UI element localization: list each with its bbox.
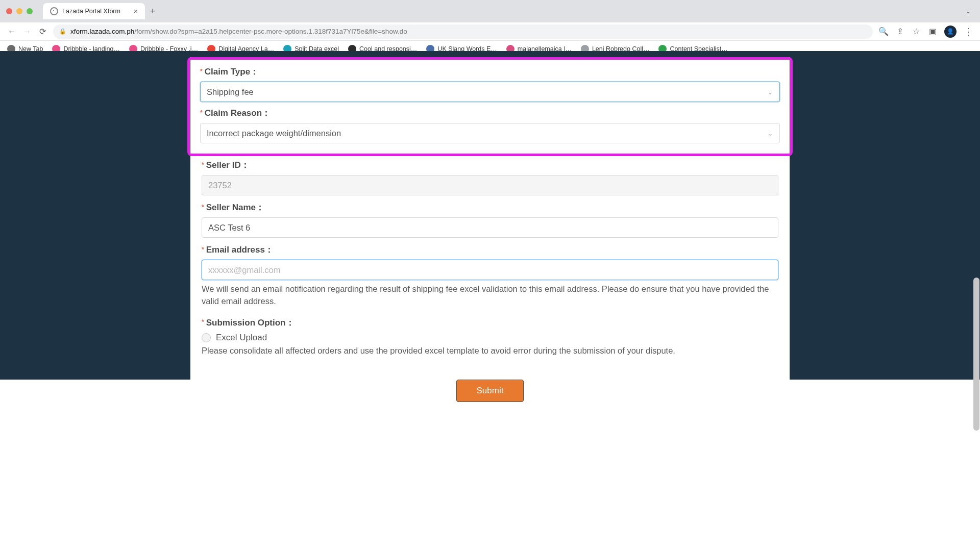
url-path: /form/show.do?spm=a2a15.helpcenter-psc.m… xyxy=(134,28,407,35)
browser-tab-active[interactable]: Lazada Portal Xform × xyxy=(43,3,145,19)
tab-close-icon[interactable]: × xyxy=(134,7,138,15)
tab-title: Lazada Portal Xform xyxy=(62,8,120,15)
claim-type-label: Claim Type： xyxy=(205,66,259,78)
share-icon[interactable]: ⇪ xyxy=(895,27,904,36)
seller-id-input[interactable] xyxy=(202,175,778,195)
required-asterisk-icon: * xyxy=(202,204,204,210)
nav-forward-icon[interactable]: → xyxy=(22,27,32,36)
tabs-overflow-icon[interactable]: ⌄ xyxy=(963,8,974,15)
submit-button[interactable]: Submit xyxy=(456,380,524,402)
required-asterisk-icon: * xyxy=(202,162,204,168)
window-close-icon[interactable] xyxy=(6,8,12,14)
required-asterisk-icon: * xyxy=(202,319,204,325)
url-domain: xform.lazada.com.ph xyxy=(70,28,134,35)
seller-name-input[interactable] xyxy=(202,217,778,238)
submission-option-value: Excel Upload xyxy=(216,333,267,343)
tab-favicon-icon xyxy=(50,7,58,15)
required-asterisk-icon: * xyxy=(200,68,203,74)
browser-address-bar: ← → ⟳ 🔒 xform.lazada.com.ph/form/show.do… xyxy=(0,22,980,41)
email-label: Email address： xyxy=(206,244,274,256)
scrollbar-thumb[interactable] xyxy=(973,278,979,431)
chevron-down-icon: ⌄ xyxy=(767,129,773,137)
bookmark-star-icon[interactable]: ☆ xyxy=(912,27,921,36)
claim-reason-select[interactable]: Incorrect package weight/dimension ⌄ xyxy=(200,123,780,143)
claim-type-value: Shipping fee xyxy=(207,87,254,97)
seller-id-value xyxy=(208,181,772,190)
nav-back-icon[interactable]: ← xyxy=(7,27,16,36)
profile-avatar[interactable]: 👤 xyxy=(944,26,957,38)
url-field[interactable]: 🔒 xform.lazada.com.ph/form/show.do?spm=a… xyxy=(53,24,873,39)
chevron-down-icon: ⌄ xyxy=(767,88,773,96)
claim-reason-value: Incorrect package weight/dimension xyxy=(207,129,341,138)
email-help-text: We will send an email notification regar… xyxy=(202,283,778,308)
sidepanel-icon[interactable]: ▣ xyxy=(928,27,937,36)
required-asterisk-icon: * xyxy=(202,246,204,253)
window-traffic-lights xyxy=(6,8,33,14)
submit-button-label: Submit xyxy=(477,386,504,396)
annotation-highlight: * Claim Type： Shipping fee ⌄ * Claim Rea… xyxy=(187,57,793,156)
window-minimize-icon[interactable] xyxy=(16,8,22,14)
claim-reason-label: Claim Reason： xyxy=(205,107,271,119)
new-tab-button[interactable]: + xyxy=(145,6,161,17)
required-asterisk-icon: * xyxy=(200,110,203,116)
window-zoom-icon[interactable] xyxy=(27,8,33,14)
claim-type-select[interactable]: Shipping fee ⌄ xyxy=(200,82,780,102)
browser-menu-icon[interactable]: ⋮ xyxy=(964,26,973,37)
radio-icon xyxy=(202,333,211,342)
lock-icon: 🔒 xyxy=(59,28,66,35)
claim-form: * Claim Type： Shipping fee ⌄ * Claim Rea… xyxy=(190,57,790,414)
submission-option-radio[interactable]: Excel Upload xyxy=(202,333,778,343)
submission-help-text: Please consolidate all affected orders a… xyxy=(202,345,778,357)
email-input[interactable] xyxy=(202,260,778,280)
zoom-icon[interactable]: 🔍 xyxy=(879,27,888,36)
submission-option-label: Submission Option： xyxy=(206,317,295,329)
seller-id-label: Seller ID： xyxy=(206,159,250,171)
browser-tab-strip: Lazada Portal Xform × + ⌄ xyxy=(0,0,980,22)
email-value xyxy=(208,265,772,275)
seller-name-label: Seller Name： xyxy=(206,202,264,213)
nav-reload-icon[interactable]: ⟳ xyxy=(38,27,47,36)
seller-name-value xyxy=(208,223,772,233)
